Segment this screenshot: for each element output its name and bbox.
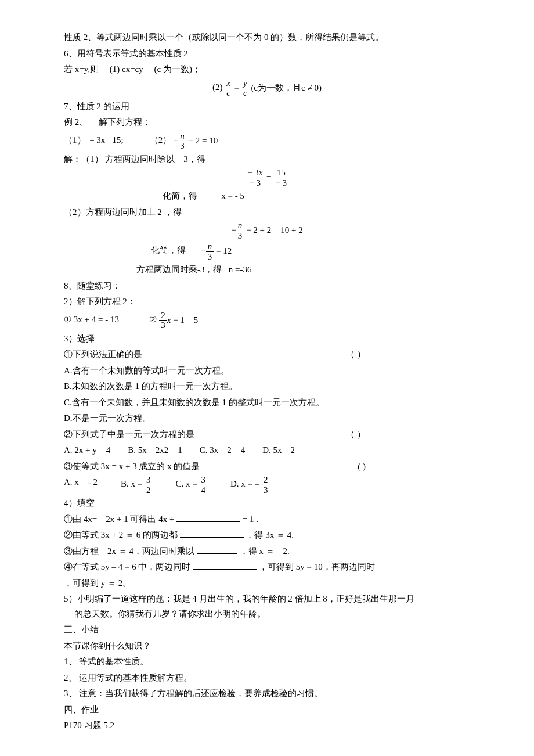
- practice-3-title: 3）选择: [64, 332, 470, 347]
- q2-opt-d: D. 5x – 2: [262, 443, 295, 458]
- q3-opt-d: D. x = − 23: [230, 475, 270, 495]
- p2-a-label: ①: [64, 315, 71, 324]
- s6-if: 若 x=y,则: [64, 64, 99, 74]
- summary-item-3: 3、 注意：当我们获得了方程解的后还应检验，要养成检验的习惯。: [64, 686, 470, 701]
- q3-c-pre: C. x =: [176, 479, 197, 488]
- eq2-label: （2）: [150, 135, 172, 145]
- q3-stem: ③使等式 3x = x + 3 成立的 x 的值是 ( ): [64, 459, 366, 474]
- practice-5: 5）小明编了一道这样的题：我是 4 月出生的，我的年龄的 2 倍加上 8，正好是…: [64, 592, 423, 621]
- solution-2-step3: 方程两边同时乘-3，得 n =-36: [136, 262, 470, 278]
- section-7-title: 7、性质 2 的运用: [64, 99, 470, 114]
- eq1-label: （1）: [64, 135, 86, 145]
- fill-4: ④在等式 5y – 4 = 6 中，两边同时 ，可得到 5y = 10，再两边同…: [64, 560, 470, 575]
- f2-a: ②由等式 3x + 2 ＝ 6 的两边都: [64, 530, 178, 539]
- section-8-title: 8、随堂练习：: [64, 279, 470, 294]
- s6-eq2-prefix: (2): [212, 82, 223, 92]
- f3-b: ，得 x ＝ – 2.: [240, 546, 290, 556]
- s6-eq1: (1) cx=cy: [110, 64, 143, 74]
- practice-2-items: ① 3x + 4 = - 13 ② 23x − 1 = 5: [64, 311, 470, 330]
- practice-2-title: 2）解下列方程 2：: [64, 294, 470, 309]
- practice-4-title: 4）填空: [64, 496, 470, 511]
- fill-1: ①由 4x= – 2x + 1 可得出 4x + = 1 .: [64, 512, 470, 527]
- sol2-step3-pre: 方程两边同时乘-3，得: [136, 265, 222, 274]
- solution-1-intro: 解：（1） 方程两边同时除以 – 3，得: [64, 152, 470, 167]
- q1-opt-d: D.不是一元一次方程。: [64, 411, 470, 426]
- ex2-text: 解下列方程：: [99, 117, 151, 127]
- f4-c: ，可得到 y ＝ 2。: [64, 578, 131, 588]
- sol2-result: n =-36: [229, 265, 252, 274]
- sol-label: 解：（1）: [64, 154, 103, 164]
- sol1-result: x = - 5: [221, 191, 244, 200]
- section-6-line1: 若 x=y,则 (1) cx=cy (c 为一数)；: [64, 62, 470, 77]
- eq1-body: －3x =15;: [88, 135, 123, 145]
- property-2-statement: 性质 2、等式两边同时乘以一个（或除以同一个不为 0 的）数，所得结果仍是等式。: [64, 30, 470, 45]
- fill-3: ③由方程 – 2x ＝ 4，两边同时乘以 ，得 x ＝ – 2.: [64, 544, 470, 559]
- fill-2: ②由等式 3x + 2 ＝ 6 的两边都 ，得 3x ＝ 4.: [64, 528, 470, 543]
- q2-opt-b: B. 5x – 2x2 = 1: [128, 443, 182, 458]
- f4-blank-1[interactable]: [193, 560, 257, 570]
- fill-4-cont: ，可得到 y ＝ 2。: [64, 576, 470, 591]
- q3-opt-c: C. x = 34: [176, 475, 207, 495]
- solution-2-eq1: −n3 − 2 + 2 = 10 + 2: [64, 221, 470, 240]
- f3-a: ③由方程 – 2x ＝ 4，两边同时乘以: [64, 546, 194, 556]
- homework-title: 四、作业: [64, 703, 470, 718]
- q1-opt-b: B.未知数的次数是 1 的方程叫一元一次方程。: [64, 379, 470, 394]
- solution-2-intro: （2）方程两边同时加上 2 ，得: [64, 205, 470, 220]
- f2-blank[interactable]: [180, 528, 244, 538]
- q1-stem: ①下列说法正确的是 （ ）: [64, 347, 366, 362]
- f1-a: ①由 4x= – 2x + 1 可得出 4x +: [64, 514, 174, 524]
- q3-options: A. x = - 2 B. x = 32 C. x = 34 D. x = − …: [64, 475, 470, 495]
- f4-b: ，可得到 5y = 10，再两边同时: [259, 562, 375, 571]
- q3-b-pre: B. x =: [121, 479, 142, 488]
- p2-b-label: ②: [149, 315, 157, 324]
- q1-opt-c: C.含有一个未知数，并且未知数的次数是 1 的整式叫一元一次方程。: [64, 395, 470, 411]
- q2-options: A. 2x + y = 4 B. 5x – 2x2 = 1 C. 3x – 2 …: [64, 443, 470, 458]
- s6-cnum: (c 为一数)；: [154, 64, 201, 74]
- summary-title: 三、小结: [64, 622, 470, 638]
- section-6-title: 6、用符号表示等式的基本性质 2: [64, 46, 470, 62]
- q3-opt-a: A. x = - 2: [64, 475, 98, 495]
- q1-opt-a: A.含有一个未知数的等式叫一元一次方程。: [64, 363, 470, 379]
- f2-b: ，得 3x ＝ 4.: [246, 530, 294, 539]
- f1-blank[interactable]: [176, 513, 240, 522]
- q2-paren: （ ）: [346, 427, 366, 442]
- summary-item-2: 2、 运用等式的基本性质解方程。: [64, 671, 470, 686]
- q2-opt-c: C. 3x – 2 = 4: [200, 443, 245, 458]
- q3-paren: ( ): [358, 459, 366, 474]
- q3-opt-b: B. x = 32: [121, 475, 152, 495]
- solution-1-simplify: 化简，得 x = - 5: [163, 189, 470, 204]
- solution-2-simplify: 化简，得 −n3 = 12: [151, 242, 470, 261]
- q3-d-pre: D. x =: [230, 479, 252, 488]
- f3-blank[interactable]: [197, 545, 237, 554]
- example-2-eqs: （1） －3x =15; （2） −n3 − 2 = 10: [64, 131, 470, 151]
- summary-q: 本节课你到什么知识？: [64, 639, 470, 654]
- solution-1-eq: − 3x− 3 = 15− 3: [64, 168, 470, 188]
- q1-paren: （ ）: [346, 347, 366, 362]
- section-6-eq2: (2) xc = yc (c为一数，且c ≠ 0): [64, 78, 470, 98]
- sol1-text: 方程两边同时除以 – 3，得: [105, 154, 205, 164]
- simplify-label-2: 化简，得: [151, 246, 186, 255]
- q3-text: ③使等式 3x = x + 3 成立的 x 的值是: [64, 459, 200, 474]
- example-2-label: 例 2、 解下列方程：: [64, 115, 470, 130]
- s6-eq2-tail: (c为一数，且c ≠ 0): [251, 83, 322, 92]
- simplify-label-1: 化简，得: [163, 191, 197, 200]
- homework-content: P170 习题 5.2: [64, 718, 470, 733]
- q2-stem: ②下列式子中是一元一次方程的是 （ ）: [64, 427, 366, 442]
- q1-text: ①下列说法正确的是: [64, 347, 142, 362]
- f4-a: ④在等式 5y – 4 = 6 中，两边同时: [64, 562, 190, 571]
- p2-a-eq: 3x + 4 = - 13: [74, 315, 119, 324]
- q2-text: ②下列式子中是一元一次方程的是: [64, 427, 194, 442]
- summary-item-1: 1、 等式的基本性质。: [64, 654, 470, 669]
- ex2-label-text: 例 2、: [64, 117, 88, 127]
- q2-opt-a: A. 2x + y = 4: [64, 443, 110, 458]
- f1-b: = 1 .: [243, 514, 258, 524]
